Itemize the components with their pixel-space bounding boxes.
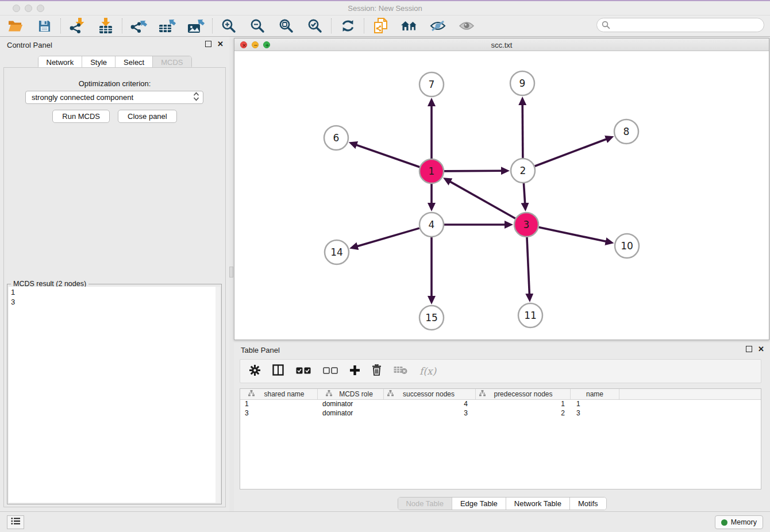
graph-node-2[interactable]: 2 xyxy=(511,159,535,183)
application-window: { "window": { "title": "Session: New Ses… xyxy=(0,0,770,532)
graph-node-9[interactable]: 9 xyxy=(510,71,534,95)
zoom-in-button[interactable] xyxy=(220,17,237,34)
tab-style[interactable]: Style xyxy=(82,56,115,68)
tab-edge-table[interactable]: Edge Table xyxy=(452,498,506,510)
new-network-from-selection-button[interactable] xyxy=(372,17,389,34)
memory-button-label: Memory xyxy=(731,518,757,526)
trash-icon xyxy=(372,364,382,378)
open-file-button[interactable] xyxy=(7,17,24,34)
graph-edge-3-10[interactable] xyxy=(539,228,607,242)
float-panel-icon[interactable] xyxy=(205,41,211,47)
export-image-button[interactable] xyxy=(187,17,205,34)
graph-node-15[interactable]: 15 xyxy=(419,306,444,330)
zoom-selected-icon xyxy=(307,18,322,33)
hide-selected-button[interactable] xyxy=(429,17,446,34)
close-table-panel-icon[interactable]: ✕ xyxy=(758,346,764,352)
copy-network-icon xyxy=(373,18,388,34)
list-icon xyxy=(11,517,20,527)
select-all-button[interactable] xyxy=(296,366,311,376)
zoom-out-button[interactable] xyxy=(249,17,266,34)
deselect-all-button[interactable] xyxy=(323,366,338,376)
graph-node-8[interactable]: 8 xyxy=(614,119,638,144)
cell-predecessor-nodes: 2 xyxy=(476,409,571,418)
column-header-mcds-role[interactable]: MCDS role xyxy=(318,389,384,399)
search-input[interactable] xyxy=(596,18,764,32)
graph-edge-3-11[interactable] xyxy=(527,237,529,295)
tab-network[interactable]: Network xyxy=(38,56,82,68)
cell-successor-nodes: 4 xyxy=(384,400,476,409)
graph-edge-1-6[interactable] xyxy=(356,145,419,167)
export-network-button[interactable] xyxy=(130,17,147,34)
graph-edge-4-14[interactable] xyxy=(357,228,419,246)
show-columns-button[interactable] xyxy=(272,364,284,378)
graph-edge-1-2[interactable] xyxy=(444,171,502,171)
graph-node-7[interactable]: 7 xyxy=(419,72,444,97)
graph-edge-2-3[interactable] xyxy=(523,183,525,204)
vertical-splitter[interactable] xyxy=(229,37,234,511)
column-header-successor-nodes[interactable]: successor nodes xyxy=(384,389,476,399)
mcds-result-group: MCDS result (2 nodes) 1 3 xyxy=(7,284,222,504)
tab-select[interactable]: Select xyxy=(115,56,152,68)
node-label: 11 xyxy=(524,310,537,321)
toolbar-separator xyxy=(364,18,364,33)
graph-node-6[interactable]: 6 xyxy=(324,126,348,150)
network-canvas[interactable]: 7968124314101511 xyxy=(234,51,769,340)
save-session-button[interactable] xyxy=(36,17,53,34)
app-titlebar: Session: New Session xyxy=(0,1,770,16)
zoom-in-icon xyxy=(221,18,236,33)
table-panel-tabs: Node Table Edge Table Network Table Moti… xyxy=(397,497,606,510)
app-title: Session: New Session xyxy=(0,4,770,13)
graph-node-4[interactable]: 4 xyxy=(419,213,444,237)
table-row[interactable]: 1 dominator 4 1 1 xyxy=(240,400,761,409)
export-table-button[interactable] xyxy=(159,17,176,34)
hierarchy-icon xyxy=(479,390,486,398)
criterion-dropdown[interactable]: strongly connected component xyxy=(25,91,203,104)
close-panel-icon[interactable]: ✕ xyxy=(217,41,224,47)
task-history-button[interactable] xyxy=(7,515,24,529)
float-table-panel-icon[interactable] xyxy=(746,346,752,352)
graph-node-14[interactable]: 14 xyxy=(325,240,349,264)
run-mcds-button[interactable]: Run MCDS xyxy=(52,110,110,123)
import-network-button[interactable] xyxy=(68,17,86,34)
network-window-titlebar[interactable]: scc.txt xyxy=(234,38,769,51)
zoom-fit-button[interactable] xyxy=(278,17,295,34)
node-label: 15 xyxy=(425,312,438,323)
mcds-result-line: 3 xyxy=(11,297,218,307)
node-label: 4 xyxy=(429,219,435,230)
graph-node-11[interactable]: 11 xyxy=(518,303,542,327)
tab-mcds[interactable]: MCDS xyxy=(152,56,191,68)
show-all-button[interactable] xyxy=(458,17,475,34)
memory-status-icon xyxy=(721,519,727,526)
delete-row-button[interactable] xyxy=(372,364,382,378)
graph-node-1[interactable]: 1 xyxy=(419,159,444,183)
mcds-result-textarea[interactable]: 1 3 xyxy=(9,287,220,503)
column-header-shared-name[interactable]: shared name xyxy=(240,389,318,399)
close-panel-button[interactable]: Close panel xyxy=(118,110,177,123)
export-network-icon xyxy=(130,18,147,34)
import-table-button[interactable] xyxy=(97,17,114,34)
tab-network-table[interactable]: Network Table xyxy=(506,498,569,510)
graph-node-10[interactable]: 10 xyxy=(615,234,639,258)
result-scrollbar[interactable] xyxy=(215,287,220,503)
network-graph[interactable]: 7968124314101511 xyxy=(234,51,769,340)
delete-table-button[interactable] xyxy=(394,366,407,377)
export-image-icon xyxy=(187,18,205,34)
zoom-selected-button[interactable] xyxy=(306,17,324,34)
column-header-predecessor-nodes[interactable]: predecessor nodes xyxy=(476,389,571,399)
graph-node-3[interactable]: 3 xyxy=(514,213,538,237)
table-settings-button[interactable] xyxy=(249,365,260,378)
first-neighbors-button[interactable] xyxy=(401,17,418,34)
graph-edge-2-9[interactable] xyxy=(522,104,523,158)
add-row-button[interactable] xyxy=(350,365,360,377)
graph-edge-2-8[interactable] xyxy=(535,139,607,167)
node-label: 1 xyxy=(429,165,435,177)
table-row[interactable]: 3 dominator 3 2 3 xyxy=(240,409,761,418)
column-header-name[interactable]: name xyxy=(571,389,619,399)
graph-edge-3-1[interactable] xyxy=(449,182,515,219)
vertical-splitter-handle[interactable] xyxy=(229,267,233,277)
memory-button[interactable]: Memory xyxy=(715,515,763,529)
tab-motifs[interactable]: Motifs xyxy=(569,498,606,510)
function-builder-button[interactable]: f(x) xyxy=(419,365,436,377)
tab-node-table[interactable]: Node Table xyxy=(398,498,452,510)
refresh-view-button[interactable] xyxy=(339,17,356,34)
